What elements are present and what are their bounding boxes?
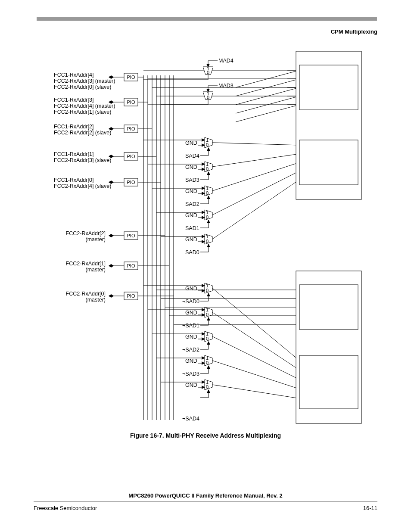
page-number: 16-11 [363,505,377,511]
svg-text:0: 0 [207,70,209,75]
svg-text:0: 0 [206,288,209,293]
svg-text:PIO: PIO [127,293,135,299]
svg-text:PIO: PIO [127,180,135,185]
svg-text:0: 0 [206,384,209,389]
svg-rect-85 [299,355,358,409]
svg-text:PIO: PIO [127,233,135,238]
header-bar [37,17,377,21]
svg-text:0: 0 [206,360,209,365]
footer-left: Freescale Semiconductor [34,505,97,511]
svg-rect-81 [299,65,358,110]
figure-diagram: FCC1-RxAddr[4] FCC2-RxAddr[3] (master) F… [50,50,364,424]
svg-rect-84 [299,285,358,330]
svg-text:PIO: PIO [127,126,135,131]
section-title: CPM Multiplexing [331,28,377,35]
svg-text:0: 0 [206,166,209,171]
svg-text:PIO: PIO [127,263,135,268]
svg-text:PIO: PIO [127,100,135,105]
svg-text:0: 0 [206,239,209,244]
svg-text:PIO: PIO [127,154,135,159]
footer-rule [34,501,377,501]
figure-caption: Figure 16-7. Multi-PHY Receive Address M… [0,432,411,439]
svg-text:0: 0 [206,215,209,220]
svg-text:0: 0 [206,190,209,196]
diagram-svg: PIOPIOPIOPIOPIOPIOPIOPIO1010101010101010… [50,50,364,424]
svg-text:0: 0 [206,336,209,341]
svg-rect-82 [299,140,358,185]
svg-text:0: 0 [206,312,209,317]
svg-line-66 [236,105,299,122]
svg-text:PIO: PIO [127,75,135,80]
svg-text:0: 0 [207,95,209,100]
manual-title: MPC8260 PowerQUICC II Family Reference M… [0,492,411,499]
svg-text:0: 0 [206,142,209,147]
